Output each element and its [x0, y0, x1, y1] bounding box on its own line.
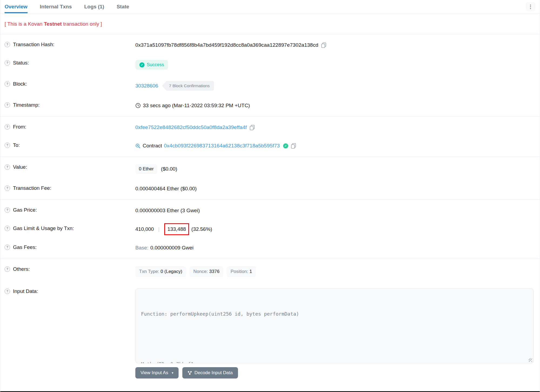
warning-text-bold: Testnet [44, 21, 62, 27]
value-ether-badge: 0 Ether [135, 164, 157, 174]
timestamp-label: Timestamp: [13, 102, 40, 108]
row-others: ? Others: Txn Type:0 (Legacy) Nonce:3376… [0, 261, 540, 283]
section-others-input: ? Others: Txn Type:0 (Legacy) Nonce:3376… [0, 259, 540, 380]
copy-icon[interactable] [321, 42, 326, 48]
tab-overview[interactable]: Overview [5, 0, 28, 13]
verified-check-icon: ✓ [283, 143, 288, 148]
decode-icon [187, 371, 192, 375]
row-input-data: ? Input Data: Function: performUpkeep(ui… [0, 283, 540, 366]
value-label: Value: [13, 164, 27, 170]
row-transaction-fee: ? Transaction Fee: 0.000400464 Ether ($0… [0, 180, 540, 198]
section-gas: ? Gas Price: 0.000000003 Ether (3 Gwei) … [0, 200, 540, 259]
kebab-menu-icon[interactable]: ⋮ [526, 2, 535, 11]
gas-separator: | [158, 226, 160, 232]
tab-bar: Overview Internal Txns Logs (1) State ⋮ [0, 0, 540, 13]
row-from: ? From: 0xfee7522e8482682cf50ddc50a0f8da… [0, 118, 540, 137]
help-icon[interactable]: ? [5, 226, 10, 231]
row-block: ? Block: 30328606 7 Block Confirmations [0, 75, 540, 96]
help-icon[interactable]: ? [5, 207, 10, 213]
nonce-badge: Nonce:3376 [190, 266, 223, 277]
gas-price-value: 0.000000003 Ether (3 Gwei) [135, 208, 200, 214]
transaction-hash-label: Transaction Hash: [13, 42, 54, 48]
position-key: Position: [230, 269, 248, 274]
copy-icon[interactable] [250, 125, 255, 130]
help-icon[interactable]: ? [5, 81, 10, 87]
from-address-link[interactable]: 0xfee7522e8482682cf50ddc50a0f8da2a39effa… [135, 124, 247, 130]
to-label: To: [13, 142, 20, 148]
position-value: 1 [250, 269, 252, 274]
to-address-link[interactable]: 0x4cb093f226983713164a62138c3f718a5b595f… [164, 143, 280, 149]
input-data-label: Input Data: [13, 288, 38, 294]
clock-icon [135, 103, 141, 108]
gas-base-value: 0.000000009 Gwei [150, 245, 194, 251]
view-input-as-label: View Input As [140, 370, 168, 376]
help-icon[interactable]: ? [5, 124, 10, 130]
others-label: Others: [13, 266, 30, 272]
txn-type-badge: Txn Type:0 (Legacy) [135, 266, 186, 277]
section-overview-top: ? Transaction Hash: 0x371a51097fb78df856… [0, 34, 540, 116]
nonce-value: 3376 [209, 269, 220, 274]
help-icon[interactable]: ? [5, 245, 10, 250]
row-transaction-hash: ? Transaction Hash: 0x371a51097fb78df856… [0, 36, 540, 54]
gas-fees-label: Gas Fees: [13, 244, 37, 250]
transaction-hash-value: 0x371a51097fb78df856f8b4a7bd459f192d8cc8… [135, 42, 318, 48]
row-to: ? To: Contract 0x4cb093f226983713164a621… [0, 137, 540, 155]
position-badge: Position:1 [227, 266, 256, 277]
copy-icon[interactable] [291, 143, 296, 149]
help-icon[interactable]: ? [5, 42, 10, 47]
tab-internal-txns[interactable]: Internal Txns [40, 0, 72, 13]
decode-label: Decode Input Data [194, 370, 233, 376]
timestamp-value: 33 secs ago (Mar-11-2022 03:59:32 PM +UT… [143, 103, 250, 109]
input-actions: View Input As ▾ Decode Input Data [0, 366, 540, 379]
row-gas-price: ? Gas Price: 0.000000003 Ether (3 Gwei) [0, 201, 540, 220]
transaction-details-page: Overview Internal Txns Logs (1) State ⋮ … [0, 0, 540, 392]
help-icon[interactable]: ? [5, 289, 10, 294]
section-addresses: ? From: 0xfee7522e8482682cf50ddc50a0f8da… [0, 117, 540, 157]
tab-logs[interactable]: Logs (1) [84, 0, 104, 13]
gas-limit-value: 410,000 [135, 226, 154, 232]
txn-type-key: Txn Type: [139, 269, 159, 274]
block-number-link[interactable]: 30328606 [135, 83, 158, 89]
testnet-warning: [ This is a Kovan Testnet transaction on… [0, 13, 540, 34]
input-data-box[interactable]: Function: performUpkeep(uint256 id, byte… [135, 288, 534, 363]
transaction-fee-value: 0.000400464 Ether ($0.00) [135, 186, 197, 192]
tab-state[interactable]: State [117, 0, 129, 13]
row-gas-fees: ? Gas Fees: Base: 0.000000009 Gwei [0, 239, 540, 257]
block-label: Block: [13, 81, 27, 87]
check-circle-icon: ✓ [139, 62, 145, 67]
help-icon[interactable]: ? [5, 164, 10, 170]
help-icon[interactable]: ? [5, 185, 10, 191]
to-contract-prefix: Contract [143, 143, 162, 149]
value-fiat: ($0.00) [161, 166, 177, 172]
from-label: From: [13, 124, 26, 130]
input-methodid-line: MethodID: 0x7bbaf1ea [141, 360, 528, 363]
status-label: Status: [13, 60, 29, 66]
warning-text-pre: [ This is a Kovan [5, 21, 44, 27]
annotation-highlight-box: 133,488 [164, 223, 189, 235]
decode-input-data-button[interactable]: Decode Input Data [182, 367, 238, 379]
gas-used-value: 133,488 [167, 226, 186, 232]
nonce-key: Nonce: [193, 269, 208, 274]
view-input-as-button[interactable]: View Input As ▾ [135, 367, 179, 379]
gas-price-label: Gas Price: [13, 207, 37, 213]
status-badge: ✓ Success [135, 60, 168, 70]
row-value: ? Value: 0 Ether ($0.00) [0, 158, 540, 180]
resize-grip[interactable] [529, 358, 532, 362]
input-function-line: Function: performUpkeep(uint256 id, byte… [141, 310, 528, 318]
warning-text-post: transaction only ] [62, 21, 102, 27]
chevron-down-icon: ▾ [172, 371, 173, 375]
gas-used-percent: (32.56%) [191, 226, 212, 232]
row-status: ? Status: ✓ Success [0, 54, 540, 75]
row-timestamp: ? Timestamp: 33 secs ago (Mar-11-2022 03… [0, 96, 540, 115]
row-gas-limit-usage: ? Gas Limit & Usage by Txn: 410,000 | 13… [0, 220, 540, 239]
block-confirmations-badge: 7 Block Confirmations [162, 81, 214, 91]
help-icon[interactable]: ? [5, 60, 10, 66]
magnifier-icon[interactable] [135, 143, 140, 148]
section-value-fee: ? Value: 0 Ether ($0.00) ? Transaction F… [0, 157, 540, 200]
help-icon[interactable]: ? [5, 102, 10, 108]
gas-base-label: Base: [135, 245, 149, 251]
help-icon[interactable]: ? [5, 143, 10, 148]
gas-limit-label: Gas Limit & Usage by Txn: [13, 225, 74, 231]
help-icon[interactable]: ? [5, 266, 10, 272]
txn-type-value: 0 (Legacy) [160, 269, 182, 274]
